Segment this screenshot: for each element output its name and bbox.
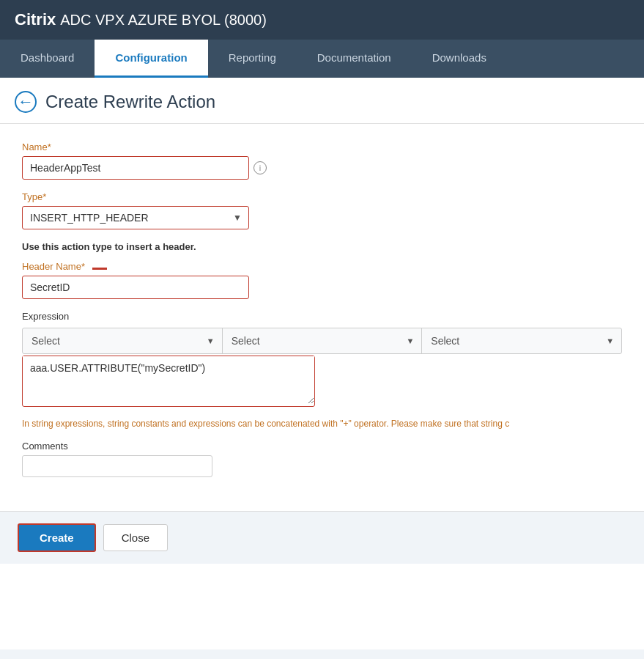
expression-textarea-wrapper: aaa.USER.ATTRIBUTE("mySecretID") <box>22 356 315 407</box>
tab-dashboard[interactable]: Dashboard <box>0 40 95 78</box>
type-select-wrapper: INSERT_HTTP_HEADER DELETE_HTTP_HEADER RE… <box>22 206 249 229</box>
page-content: ← Create Rewrite Action Name* HeaderAppT… <box>0 78 644 649</box>
tab-reporting[interactable]: Reporting <box>208 40 297 78</box>
create-button[interactable]: Create <box>18 523 96 552</box>
tab-documentation[interactable]: Documentation <box>297 40 412 78</box>
info-icon[interactable]: i <box>253 161 267 174</box>
header-name-label: Header Name* <box>22 261 85 272</box>
info-note: In string expressions, string constants … <box>22 419 622 429</box>
comments-input[interactable] <box>22 455 212 477</box>
header-name-field-group: Header Name* SecretID <box>22 261 622 299</box>
app-title: ADC VPX AZURE BYOL (8000) <box>60 12 267 29</box>
header-name-row: Header Name* <box>22 261 622 276</box>
header-name-input[interactable]: SecretID <box>22 276 249 299</box>
app-header: Citrix ADC VPX AZURE BYOL (8000) <box>0 0 644 40</box>
close-button[interactable]: Close <box>103 524 168 551</box>
page-title: Create Rewrite Action <box>45 92 215 112</box>
expr-select2-wrapper: Select ▼ <box>223 328 423 353</box>
expr-select1-wrapper: Select ▼ <box>23 328 223 353</box>
nav-tabs: Dashboard Configuration Reporting Docume… <box>0 40 644 78</box>
expression-label: Expression <box>22 311 622 322</box>
expression-textarea[interactable]: aaa.USER.ATTRIBUTE("mySecretID") <box>23 356 314 404</box>
comments-field-group: Comments <box>22 441 622 477</box>
tab-configuration[interactable]: Configuration <box>95 40 207 78</box>
expr-select1[interactable]: Select <box>23 328 222 353</box>
expr-select3[interactable]: Select <box>422 328 621 353</box>
name-label: Name* <box>22 141 622 152</box>
form-area: Name* HeaderAppTest i Type* INSERT_HTTP_… <box>0 124 644 504</box>
footer-bar: Create Close <box>0 511 644 564</box>
hint-text: Use this action type to insert a header. <box>22 241 622 252</box>
expr-select2[interactable]: Select <box>223 328 422 353</box>
type-label: Type* <box>22 191 622 202</box>
type-field-group: Type* INSERT_HTTP_HEADER DELETE_HTTP_HEA… <box>22 191 622 229</box>
brand-logo: Citrix <box>15 10 56 29</box>
type-select[interactable]: INSERT_HTTP_HEADER DELETE_HTTP_HEADER RE… <box>22 206 249 229</box>
page-title-bar: ← Create Rewrite Action <box>0 78 644 124</box>
expr-select3-wrapper: Select ▼ <box>422 328 621 353</box>
expression-selects-row: Select ▼ Select ▼ Select ▼ <box>22 328 622 354</box>
back-button[interactable]: ← <box>15 91 37 113</box>
name-input[interactable]: HeaderAppTest <box>22 156 249 180</box>
comments-label: Comments <box>22 441 622 452</box>
minus-icon[interactable] <box>92 268 107 270</box>
name-field-group: Name* HeaderAppTest i <box>22 141 622 180</box>
tab-downloads[interactable]: Downloads <box>412 40 507 78</box>
expression-field-group: Expression Select ▼ Select ▼ <box>22 311 622 407</box>
